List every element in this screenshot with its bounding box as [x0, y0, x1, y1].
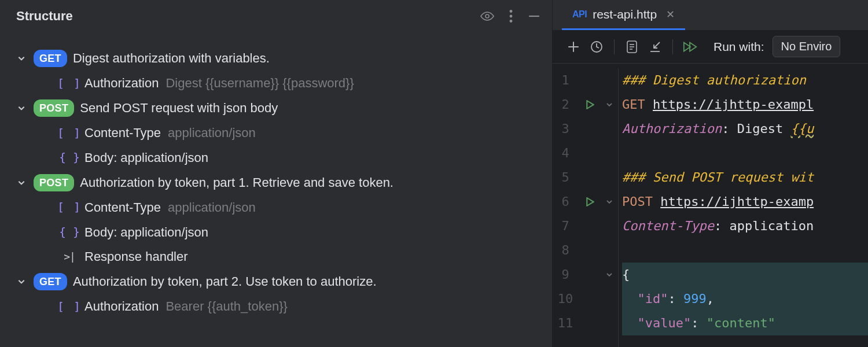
code-lines[interactable]: ### Digest authorization GET https://ijh… — [619, 68, 868, 347]
code-line[interactable]: "value": "content" — [622, 311, 868, 335]
history-icon[interactable] — [585, 35, 608, 58]
line-number: 5 — [553, 165, 578, 190]
header-icon: [ ] — [62, 299, 76, 315]
code-line[interactable]: GET https://ijhttp-exampl — [622, 93, 868, 117]
structure-child[interactable]: [ ]Content-Typeapplication/json — [0, 121, 552, 146]
header-icon: [ ] — [62, 76, 76, 91]
structure-panel: Structure GETDigest authorization with v… — [0, 0, 553, 347]
child-name: Body: application/json — [84, 149, 208, 167]
child-name: Authorization — [84, 298, 159, 315]
fold-icon — [600, 141, 618, 165]
tab-bar: API rest-api.http ✕ — [553, 0, 868, 30]
child-name: Body: application/json — [84, 224, 208, 241]
run-line-icon[interactable] — [580, 190, 600, 214]
fold-icon[interactable] — [600, 190, 618, 214]
code-line[interactable]: { — [622, 263, 868, 287]
code-line[interactable]: "id": 999, — [622, 287, 868, 311]
child-value: Digest {{username}} {{password}} — [165, 75, 354, 92]
child-value: Bearer {{auth_token}} — [165, 298, 287, 315]
run-line-icon — [580, 238, 600, 263]
body-icon: { } — [62, 150, 76, 165]
editor-toolbar: Run with: No Enviro — [553, 30, 868, 64]
run-gutter[interactable] — [580, 68, 600, 347]
structure-child[interactable]: [ ]Content-Typeapplication/json — [0, 195, 552, 220]
structure-header-actions — [480, 10, 540, 23]
structure-header: Structure — [0, 0, 552, 34]
structure-request[interactable]: POSTAuthorization by token, part 1. Retr… — [0, 171, 552, 195]
method-badge: GET — [34, 273, 67, 290]
line-number: 4 — [553, 141, 578, 165]
structure-request[interactable]: POSTSend POST request with json body — [0, 96, 552, 121]
line-number: 1 — [553, 68, 578, 93]
method-badge: POST — [34, 99, 74, 117]
add-icon[interactable] — [562, 35, 585, 58]
code-line[interactable] — [622, 141, 868, 165]
request-title: Authorization by token, part 1. Retrieve… — [80, 174, 393, 191]
request-title: Digest authorization with variables. — [73, 50, 270, 67]
more-icon[interactable] — [509, 10, 513, 23]
run-line-icon — [580, 165, 600, 190]
examples-icon[interactable] — [620, 35, 643, 58]
fold-icon — [600, 287, 618, 311]
body-icon: { } — [62, 224, 76, 240]
minimize-icon[interactable] — [528, 10, 540, 23]
run-with-label: Run with: — [713, 40, 764, 54]
line-number: 2 — [553, 93, 578, 117]
tab-rest-api[interactable]: API rest-api.http ✕ — [562, 0, 685, 30]
child-name: Response handler — [84, 248, 188, 265]
code-line[interactable]: ### Send POST request wit — [622, 165, 868, 190]
line-number: 3 — [553, 117, 578, 141]
run-line-icon — [580, 117, 600, 141]
svg-point-1 — [510, 10, 513, 13]
run-line-icon — [580, 214, 600, 238]
fold-icon — [600, 68, 618, 93]
child-value: application/json — [168, 199, 256, 216]
structure-child[interactable]: >|Response handler — [0, 245, 552, 270]
run-line-icon — [580, 263, 600, 287]
chevron-down-icon[interactable] — [16, 276, 27, 287]
method-badge: GET — [34, 50, 67, 67]
structure-title: Structure — [16, 9, 480, 24]
code-line[interactable]: Content-Type: application — [622, 214, 868, 238]
structure-child[interactable]: { }Body: application/json — [0, 146, 552, 171]
structure-request[interactable]: GETDigest authorization with variables. — [0, 46, 552, 71]
fold-icon — [600, 214, 618, 238]
code-line[interactable] — [622, 238, 868, 263]
fold-icon — [600, 311, 618, 335]
structure-tree[interactable]: GETDigest authorization with variables.[… — [0, 34, 552, 347]
line-number-gutter: 1234567891011 — [553, 68, 580, 347]
header-icon: [ ] — [62, 125, 76, 141]
environment-select[interactable]: No Enviro — [773, 36, 841, 57]
request-title: Authorization by token, part 2. Use toke… — [73, 273, 377, 290]
structure-request[interactable]: GETAuthorization by token, part 2. Use t… — [0, 270, 552, 294]
svg-point-2 — [510, 15, 513, 18]
run-line-icon[interactable] — [580, 93, 600, 117]
close-icon[interactable]: ✕ — [666, 8, 675, 21]
structure-child[interactable]: { }Body: application/json — [0, 220, 552, 245]
structure-child[interactable]: [ ]AuthorizationBearer {{auth_token}} — [0, 294, 552, 319]
api-icon: API — [572, 9, 587, 20]
fold-icon[interactable] — [600, 93, 618, 117]
code-area[interactable]: 1234567891011 ### Digest authorization G… — [553, 64, 868, 347]
fold-gutter[interactable] — [600, 68, 619, 347]
run-all-icon[interactable] — [679, 35, 702, 58]
structure-child[interactable]: [ ]AuthorizationDigest {{username}} {{pa… — [0, 71, 552, 96]
child-name: Content-Type — [84, 199, 161, 216]
chevron-down-icon[interactable] — [16, 53, 27, 64]
eye-icon[interactable] — [480, 10, 494, 23]
code-line[interactable]: Authorization: Digest {{u — [622, 117, 868, 141]
chevron-down-icon[interactable] — [16, 178, 27, 188]
fold-icon[interactable] — [600, 263, 618, 287]
gutter: 1234567891011 — [553, 68, 619, 347]
run-line-icon — [580, 141, 600, 165]
svg-point-0 — [486, 14, 489, 18]
toolbar-separator — [672, 39, 673, 54]
line-number: 6 — [553, 190, 578, 214]
code-line[interactable]: ### Digest authorization — [622, 68, 868, 93]
chevron-down-icon[interactable] — [16, 103, 27, 113]
header-icon: [ ] — [62, 200, 76, 215]
import-icon[interactable] — [643, 35, 667, 58]
run-line-icon — [580, 68, 600, 93]
run-line-icon — [580, 311, 600, 335]
code-line[interactable]: POST https://ijhttp-examp — [622, 190, 868, 214]
